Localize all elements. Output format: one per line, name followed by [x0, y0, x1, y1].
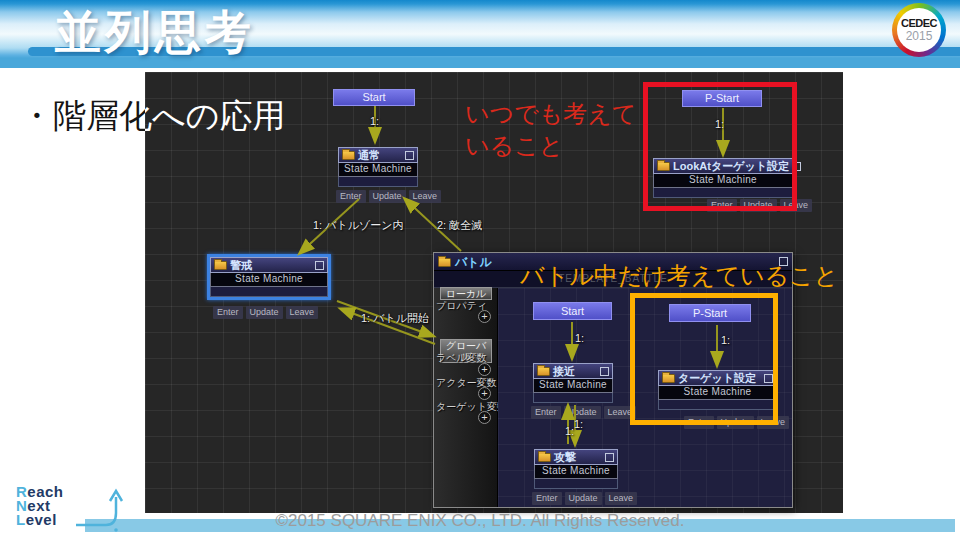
- folder-icon: [537, 367, 550, 376]
- leave-button[interactable]: Leave: [605, 492, 638, 505]
- transition-label: 1:: [574, 418, 583, 430]
- node-checkbox[interactable]: [405, 151, 414, 160]
- folder-icon: [538, 453, 551, 462]
- slide-header: 並列思考 CEDEC 2015: [0, 0, 960, 68]
- node-subtitle: State Machine: [338, 163, 418, 177]
- leave-button[interactable]: Leave: [409, 190, 442, 203]
- transition-label: 2: 敵全滅: [437, 218, 482, 233]
- node-title: 警戒: [230, 258, 312, 272]
- node-checkbox[interactable]: [600, 367, 609, 376]
- node-subtitle: State Machine: [210, 273, 328, 287]
- brand-arrow-icon: [76, 481, 126, 533]
- cedec-year: 2015: [906, 30, 933, 42]
- folder-icon: [342, 151, 355, 160]
- leave-button[interactable]: Leave: [286, 306, 319, 319]
- battle-node-approach[interactable]: 接近 State Machine: [533, 363, 613, 403]
- reach-next-level-logo: Reach Next Level: [16, 485, 64, 527]
- always-thinking-highlight-box: [643, 82, 797, 211]
- node-slot: [533, 393, 613, 403]
- node-title: 接近: [553, 364, 597, 378]
- brand-rest: evel: [26, 511, 57, 528]
- folder-icon: [438, 258, 451, 267]
- add-label-var-button[interactable]: +: [478, 363, 491, 376]
- update-button[interactable]: Update: [369, 190, 406, 203]
- transition-label: 1: バトルゾーン内: [313, 218, 404, 233]
- selected-node-highlight: 警戒 State Machine: [207, 254, 331, 300]
- update-button[interactable]: Update: [565, 492, 602, 505]
- transition-label: 1:: [565, 425, 574, 437]
- battle-node-attack[interactable]: 攻撃 State Machine: [534, 449, 618, 489]
- transition-label: 1:: [370, 115, 379, 127]
- slide: 並列思考 CEDEC 2015 ・階層化への応用 ・階層化への応用 Start …: [0, 0, 960, 540]
- update-button[interactable]: Update: [246, 306, 283, 319]
- node-slot: [210, 287, 328, 297]
- add-property-button[interactable]: +: [478, 310, 491, 323]
- variables-panel: ローカル プロパティ + グローバル ラベル変数 + アクター変数 + ターゲッ…: [434, 288, 498, 507]
- enter-button[interactable]: Enter: [532, 492, 562, 505]
- node-tsujou[interactable]: 通常 State Machine: [338, 147, 418, 187]
- add-target-var-button[interactable]: +: [478, 411, 491, 424]
- battle-only-note: バトル中だけ考えていること: [520, 260, 838, 292]
- node-title: 通常: [358, 148, 402, 162]
- brand-initial: L: [16, 511, 26, 528]
- always-thinking-note: いつでも考えて いること: [465, 98, 636, 162]
- node-subtitle: State Machine: [533, 379, 613, 393]
- target-var-label: ターゲット変数: [436, 400, 507, 414]
- node-keikai[interactable]: 警戒 State Machine: [210, 257, 328, 297]
- enter-button[interactable]: Enter: [213, 306, 243, 319]
- page-title: 並列思考: [55, 2, 255, 64]
- enter-button[interactable]: Enter: [336, 190, 366, 203]
- transition-label: 1:: [575, 332, 584, 344]
- label-var-label: ラベル変数: [436, 351, 487, 365]
- folder-icon: [214, 261, 227, 270]
- node-checkbox[interactable]: [605, 453, 614, 462]
- cedec-logo: CEDEC 2015: [892, 3, 946, 57]
- node-slot: [534, 479, 618, 489]
- battle-node-start[interactable]: Start: [533, 302, 612, 320]
- node-subtitle: State Machine: [534, 465, 618, 479]
- enter-button[interactable]: Enter: [531, 406, 561, 419]
- transition-label: 1: バトル開始: [361, 311, 429, 326]
- add-actor-var-button[interactable]: +: [478, 387, 491, 400]
- node-slot: [338, 177, 418, 187]
- node-checkbox[interactable]: [315, 261, 324, 270]
- cedec-name: CEDEC: [901, 18, 937, 29]
- copyright-text: ©2015 SQUARE ENIX CO., LTD. All Rights R…: [0, 511, 960, 531]
- node-title: 攻撃: [554, 450, 602, 464]
- battle-only-highlight-box: [630, 293, 778, 425]
